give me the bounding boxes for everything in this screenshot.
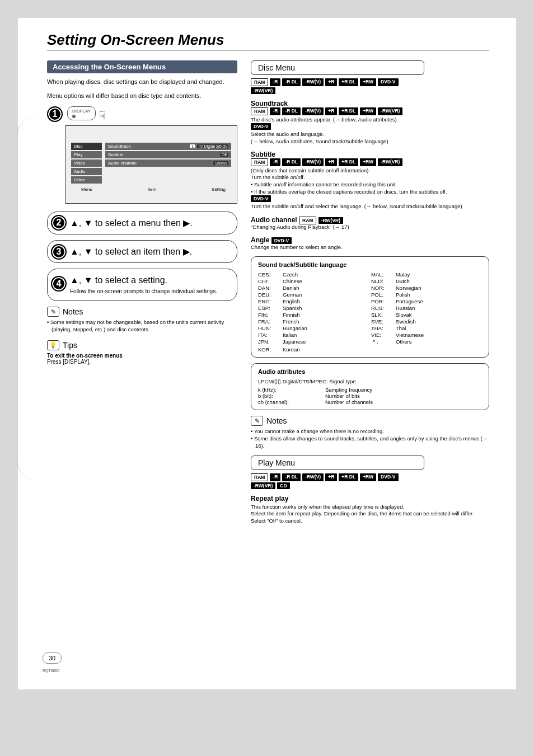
subtitle-body1: (Only discs that contain subtitle on/off… bbox=[251, 167, 489, 174]
lang-cell: NOR: bbox=[371, 285, 394, 291]
notes-bullet-r2: Some discs allow changes to sound tracks… bbox=[251, 435, 489, 450]
media-tag: +RW bbox=[360, 158, 376, 166]
lang-cell: FIN: bbox=[258, 312, 280, 318]
disc-menu-tags-row1: RAM-R-R DL-RW(V)+R+R DL+RWDVD-V bbox=[251, 78, 489, 86]
media-tag: -R bbox=[270, 107, 280, 115]
lang-cell: Polish bbox=[396, 292, 482, 298]
osd-row-label: Audio channel bbox=[108, 161, 137, 166]
step-1: 1 DISPLAY ☟ bbox=[47, 106, 237, 122]
media-tag: -RW(VR) bbox=[251, 482, 275, 489]
media-tag: -R DL bbox=[282, 78, 301, 86]
media-tag: DVD-V bbox=[251, 195, 271, 202]
step-3-box: 3 ▲, ▼ to select an item then ▶. bbox=[47, 240, 237, 263]
soundtrack-body3: (→ below, Audio attributes, Sound track/… bbox=[251, 138, 489, 145]
lang-cell: Italian bbox=[283, 332, 369, 338]
language-box-title: Sound track/Subtitle language bbox=[258, 261, 482, 268]
attr-row: ch (channel):Number of channels bbox=[258, 399, 482, 405]
media-tag: +RW bbox=[360, 107, 376, 115]
tips-label: Tips bbox=[63, 341, 77, 350]
soundtrack-body2: Select the audio and language. bbox=[251, 131, 489, 138]
angle-label: Angle bbox=[251, 236, 269, 244]
hand-press-icon: ☟ bbox=[99, 109, 106, 122]
subtitle-body2: Turn the subtitle on/off. bbox=[251, 174, 489, 181]
display-button-graphic: DISPLAY bbox=[67, 106, 96, 120]
lang-cell: Dutch bbox=[396, 278, 482, 284]
media-tag: RAM bbox=[251, 107, 268, 115]
lang-cell: Slovak bbox=[396, 312, 482, 318]
notes-heading-left: ✎ Notes bbox=[47, 307, 237, 317]
osd-menu-column: Disc Play Video Audio Other bbox=[71, 143, 102, 185]
osd-footer-menu: Menu bbox=[81, 187, 92, 192]
lang-cell: Vietnamese bbox=[396, 332, 482, 338]
subtitle-tags: RAM-R-R DL-RW(V)+R+R DL+RW-RW(VR) bbox=[251, 158, 489, 166]
lang-cell: FRA: bbox=[258, 318, 280, 325]
footer-code: RQT8850 bbox=[43, 669, 59, 673]
media-tag: -RW(VR) bbox=[378, 107, 402, 115]
notes-icon: ✎ bbox=[251, 416, 263, 426]
display-button-label: DISPLAY bbox=[72, 109, 91, 114]
step-2-box: 2 ▲, ▼ to select a menu then ▶. bbox=[47, 212, 237, 234]
lang-cell: CES: bbox=[258, 271, 280, 278]
media-tag: +R DL bbox=[339, 107, 358, 115]
lang-cell: NLD: bbox=[371, 278, 394, 284]
osd-panel: Disc Play Video Audio Other Soundtrack 1… bbox=[65, 125, 237, 204]
media-tag: RAM bbox=[251, 473, 268, 481]
step-number-4: 4 bbox=[51, 276, 67, 292]
lang-cell: Czech bbox=[283, 271, 369, 278]
step-4-box: 4 ▲, ▼ to select a setting. Follow the o… bbox=[47, 269, 237, 301]
media-tag: +R bbox=[325, 107, 337, 115]
manual-page: Setting On-Screen Menus Accessing the On… bbox=[18, 18, 516, 689]
osd-footer-setting: Setting bbox=[212, 187, 226, 192]
lang-cell: SVE: bbox=[371, 318, 394, 325]
lang-cell: French bbox=[283, 318, 369, 325]
media-tag: -R bbox=[270, 78, 280, 86]
media-tag: DVD-V bbox=[271, 237, 292, 244]
soundtrack-tags: RAM-R-R DL-RW(V)+R+R DL+RW-RW(VR) bbox=[251, 107, 489, 115]
step-4-subtext: Follow the on-screen prompts to change i… bbox=[70, 288, 230, 295]
section-header-access: Accessing the On-Screen Menus bbox=[47, 60, 237, 73]
media-tag: -RW(V) bbox=[302, 107, 324, 115]
disc-menu-header: Disc Menu bbox=[251, 60, 424, 75]
osd-menu-item: Audio bbox=[71, 168, 102, 175]
language-box: Sound track/Subtitle language CES:CzechM… bbox=[251, 256, 489, 358]
media-tag: -RW(VR) bbox=[318, 217, 343, 224]
osd-row-label: Soundtrack bbox=[108, 144, 130, 149]
osd-row-subtitle: Subtitle Off bbox=[105, 151, 231, 158]
lang-cell bbox=[396, 346, 482, 353]
media-tag: CD bbox=[277, 482, 289, 489]
media-tag: +R bbox=[325, 473, 337, 481]
media-tag: RAM bbox=[251, 78, 268, 86]
lang-cell: SLK: bbox=[371, 312, 394, 318]
lang-cell: Others bbox=[396, 339, 482, 346]
step-number-2: 2 bbox=[51, 215, 67, 231]
language-grid: CES:CzechMAL:MalayCHI:ChineseNLD:DutchDA… bbox=[258, 271, 482, 353]
play-menu-header: Play Menu bbox=[251, 456, 424, 470]
media-tag: RAM bbox=[251, 158, 268, 166]
right-column: Disc Menu RAM-R-R DL-RW(V)+R+R DL+RWDVD-… bbox=[251, 60, 489, 524]
step-number-1: 1 bbox=[47, 106, 63, 122]
lang-cell: Japanese bbox=[283, 339, 369, 346]
lang-cell: DAN: bbox=[258, 285, 280, 291]
media-tag: +R bbox=[325, 78, 337, 86]
audio-attr-title: Audio attributes bbox=[258, 368, 482, 375]
lang-cell: HUN: bbox=[258, 325, 280, 331]
lang-cell: DEU: bbox=[258, 292, 280, 298]
media-tag: -RW(VR) bbox=[251, 87, 275, 94]
tips-heading: 💡 Tips bbox=[47, 340, 237, 350]
media-tag: DVD-V bbox=[251, 123, 271, 130]
lang-cell: THA: bbox=[371, 325, 394, 331]
subtitle-bullet2: If the subtitles overlap the closed capt… bbox=[251, 189, 489, 196]
audio-attr-signal: LPCM/▯▯ Digital/DTS/MPEG: Signal type bbox=[258, 378, 482, 384]
audioch-heading: Audio channel RAM -RW(VR) bbox=[251, 216, 489, 224]
disc-menu-tags-row2: -RW(VR) bbox=[251, 87, 489, 94]
osd-chip: ▯▯ Digital 2/0 ch bbox=[197, 144, 228, 148]
lang-cell: Swedish bbox=[396, 318, 482, 325]
subtitle-dvdv: DVD-V bbox=[251, 195, 489, 202]
media-tag: -RW(V) bbox=[302, 78, 324, 86]
osd-menu-item: Other bbox=[71, 176, 102, 184]
page-number: 30 bbox=[43, 652, 62, 664]
repeat-body3: Select "Off" to cancel. bbox=[251, 518, 489, 524]
lang-cell: Spanish bbox=[283, 305, 369, 311]
lang-cell: MAL: bbox=[371, 271, 394, 278]
osd-footer-item: Item bbox=[148, 187, 157, 192]
